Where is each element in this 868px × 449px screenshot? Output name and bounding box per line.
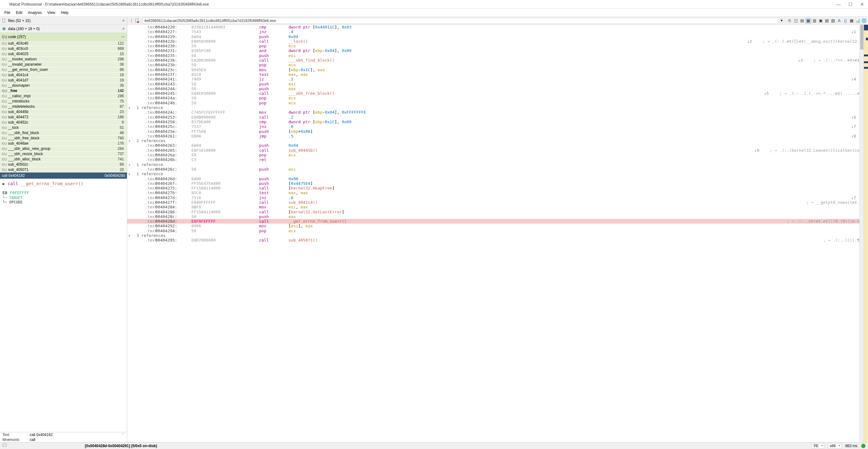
text-a-icon[interactable]: A xyxy=(836,18,842,24)
function-row[interactable]: f(x)___sbh_resize_block737 xyxy=(0,151,127,157)
file-name-field[interactable]: 4e63965612cdacae25052865a6c3811cdbc8814f… xyxy=(142,18,778,24)
function-row[interactable]: f(x)sub_40507120 xyxy=(0,167,127,173)
reference-row[interactable]: ▸1 reference.5: xyxy=(127,172,868,176)
reference-row[interactable]: ▸1 reference.1: xyxy=(127,105,868,110)
file-tab-icon[interactable] xyxy=(135,18,140,23)
function-row[interactable]: f(x)___sbh_alloc_block741 xyxy=(0,157,127,162)
menu-edit[interactable]: Edit xyxy=(13,9,25,16)
brackets-icon[interactable]: {} xyxy=(843,18,848,24)
disasm-row[interactable]: .text0040426b: C3ret xyxy=(127,157,868,162)
menu-file[interactable]: File xyxy=(2,9,13,16)
files-expand-icon[interactable]: + xyxy=(122,18,125,24)
menu-view[interactable]: View xyxy=(45,9,58,16)
view1-icon[interactable]: ◫ xyxy=(793,18,799,24)
function-row[interactable]: f(x)sub_403c40122 xyxy=(0,41,127,46)
menu-analysis[interactable]: Analysis xyxy=(25,9,44,16)
disasm-row[interactable]: .text0040426c: 56pushesi xyxy=(127,167,868,172)
copy-icon[interactable]: ⎘ xyxy=(787,18,793,24)
nav-back-icon[interactable] xyxy=(128,18,133,23)
function-row[interactable]: f(x)sub_4048ae176 xyxy=(0,141,127,146)
disasm-row[interactable]: .text00404244: 50pusheax xyxy=(127,86,868,91)
disasm-row[interactable]: .text0040424c: C745FCFEFFFFFFmovdword pt… xyxy=(127,110,868,115)
disasm-row[interactable]: .text0040423f: 85C0testeax, eax xyxy=(127,72,868,77)
disasm-row[interactable]: .text0040426d: 6A00push0x00 xyxy=(127,177,868,181)
chart-icon[interactable]: 📊 xyxy=(855,18,861,24)
disasm-row[interactable]: .text00404241: 7409jz.1↓4 xyxy=(127,77,868,82)
disasm-row[interactable]: .text00404292: 8906mov[esi], eax xyxy=(127,223,868,228)
function-row[interactable]: f(x)sub_4041c419 xyxy=(0,72,127,78)
disasm-row[interactable]: .text0040422b: E805030000call__lock()↓2;… xyxy=(127,39,868,44)
disasm-row[interactable]: .text0040425c: 7537jnz.6↓7 xyxy=(127,124,868,129)
function-row[interactable]: f(x)sub_40502c69 xyxy=(0,162,127,167)
maximize-button[interactable]: ☐ xyxy=(848,2,852,6)
disasm-row[interactable]: .text0040424b: 59popecx xyxy=(127,101,868,105)
function-row[interactable]: f(x)__invoke_watson296 xyxy=(0,57,127,62)
function-row[interactable]: f(x)sub_40445b23 xyxy=(0,109,127,115)
function-row[interactable]: f(x)__mtdeletelocks87 xyxy=(0,104,127,109)
files-panel-header[interactable]: files (52 + 32) + xyxy=(0,17,127,25)
close-button[interactable]: ✕ xyxy=(860,2,864,6)
scrollbar[interactable] xyxy=(859,25,864,442)
disasm-row[interactable]: .text00404263: 6A04push0x04 xyxy=(127,143,868,148)
format-dropdown[interactable]: PE xyxy=(812,443,824,449)
function-row[interactable]: f(x)sub_403cc0869 xyxy=(0,46,127,51)
disasm-row[interactable]: .text0040427d: 7516jnz.6↓7 xyxy=(127,196,868,200)
disasm-row[interactable]: .text00404236: E82D030000call___sbh_find… xyxy=(127,58,868,63)
function-row[interactable]: f(x)__lock51 xyxy=(0,125,127,130)
function-row[interactable]: f(x)sub_4041d719 xyxy=(0,78,127,83)
function-row[interactable]: f(x)sub_40452c9 xyxy=(0,120,127,125)
disasm-row[interactable]: .text00404258: 837DE400cmpdword ptr [ebp… xyxy=(127,120,868,124)
disasm-row[interactable]: .text00404275: FF1588114000call[kernel32… xyxy=(127,186,868,190)
menu-help[interactable]: Help xyxy=(59,9,71,16)
disasm-row[interactable]: .text0040424a: 59popecx xyxy=(127,96,868,100)
disasm-row[interactable]: .text00404230: 59popecx xyxy=(127,44,868,48)
disasm-row[interactable]: .text00404227: 7543jnz.4↓1 xyxy=(127,29,868,34)
disasm-row[interactable]: .text00404231: 8365FC00anddword ptr [ebp… xyxy=(127,48,868,53)
view5-icon[interactable]: ▣ xyxy=(818,18,824,24)
disasm-row[interactable]: .text00404243: 56pushesi xyxy=(127,82,868,86)
data-panel-header[interactable]: data (180 + 18 + 0) + xyxy=(0,25,127,33)
detail-func-name[interactable]: __get_errno_from_oserr() xyxy=(21,181,83,186)
view4-icon[interactable]: ▥ xyxy=(812,18,817,24)
disasm-row[interactable]: .text0040426a: 59popecx xyxy=(127,153,868,157)
function-row[interactable]: f(x)sub_404472186 xyxy=(0,115,127,120)
view7-icon[interactable]: ▨ xyxy=(830,18,836,24)
disasm-row[interactable]: .text0040423c: 8945E4mov[ebp-0x1C], eax xyxy=(127,67,868,72)
disassembly-view[interactable]: .text00404220: 833D1C91440003cmpdword pt… xyxy=(127,25,868,442)
disasm-row[interactable]: .text00404294: 59popecx xyxy=(127,229,868,233)
reference-row[interactable]: ▸1 reference.4: xyxy=(127,162,868,167)
reference-row[interactable]: ▸3 references.6: xyxy=(127,233,868,238)
disasm-row[interactable]: .text0040426f: FF35E4754400push[0x4475E4… xyxy=(127,181,868,186)
function-row[interactable]: f(x)__invalid_parameter38 xyxy=(0,62,127,67)
disasm-row[interactable]: .text00404235: 56pushesi xyxy=(127,53,868,58)
disasm-row[interactable]: .text00404220: 833D1C91440003cmpdword pt… xyxy=(127,25,868,29)
disasm-row[interactable]: .text0040425e: FF7508push[ebp+0x08] xyxy=(127,129,868,134)
function-row[interactable]: f(x)__dosmaperr35 xyxy=(0,83,127,88)
view2-icon[interactable]: ▤ xyxy=(799,18,805,24)
code-collapse-icon[interactable]: − xyxy=(121,33,125,40)
view8-icon[interactable]: ▩ xyxy=(849,18,855,24)
disasm-row[interactable]: .text0040427f: E840FFFFFFcallsub_4041c4(… xyxy=(127,200,868,205)
disasm-row[interactable]: .text00404229: 6A04push0x04 xyxy=(127,34,868,39)
function-row[interactable]: f(x)__calloc_impl286 xyxy=(0,93,127,99)
disasm-row[interactable]: .text0040427b: 85C0testeax, eax xyxy=(127,190,868,195)
view3-icon[interactable]: ▦ xyxy=(805,18,811,24)
reference-row[interactable]: ▸2 references.2: xyxy=(127,139,868,143)
minimize-button[interactable]: — xyxy=(836,2,841,6)
function-row[interactable]: f(x)__get_errno_from_oserr66 xyxy=(0,67,127,72)
disasm-row[interactable]: .text00404286: FF1584114000call[kernel32… xyxy=(127,210,868,214)
data-expand-icon[interactable]: + xyxy=(122,26,125,32)
function-row[interactable]: f(x)__mtinitlocks75 xyxy=(0,99,127,104)
view6-icon[interactable]: ▧ xyxy=(824,18,830,24)
disasm-row[interactable]: .text00404265: E8F1010000callsub_40445b(… xyxy=(127,148,868,153)
arch-dropdown[interactable]: x86 xyxy=(828,443,841,449)
function-row[interactable]: f(x)_free142 xyxy=(0,88,127,93)
disasm-row[interactable]: .text00404284: 8BF0movesi, eax xyxy=(127,205,868,209)
function-row[interactable]: f(x)___sbh_alloc_new_group264 xyxy=(0,146,127,151)
function-list[interactable]: f(x)sub_403c40122f(x)sub_403cc0869f(x)su… xyxy=(0,41,127,173)
disasm-row[interactable]: .text00404295: E8D70D0000callsub_405071(… xyxy=(127,238,868,242)
disasm-row[interactable]: .text00404261: EB0Ajmp.5↓8 xyxy=(127,134,868,139)
function-row[interactable]: f(x)___sbh_free_block790 xyxy=(0,136,127,141)
function-row[interactable]: f(x)sub_40402515 xyxy=(0,51,127,57)
disasm-row[interactable]: .text00404253: E80B000000call.2↓6 xyxy=(127,115,868,120)
